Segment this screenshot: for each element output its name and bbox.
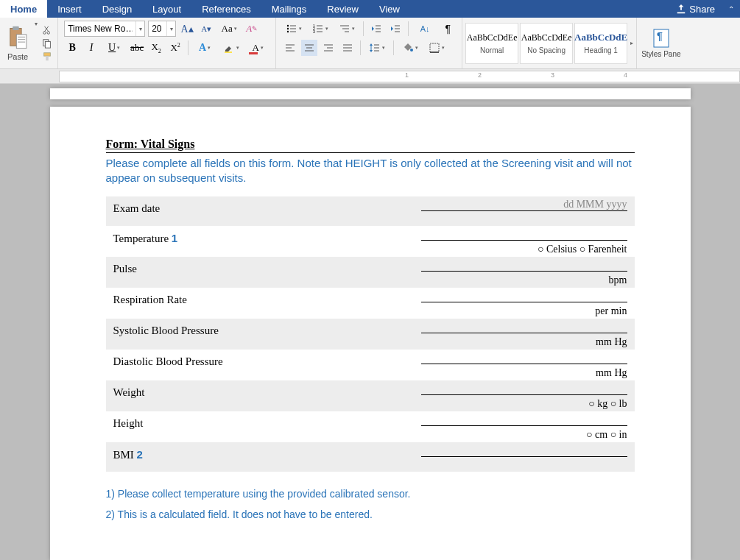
- cut-icon[interactable]: [41, 24, 53, 36]
- underline-button[interactable]: U▾: [102, 40, 126, 56]
- form-input-line[interactable]: [421, 292, 627, 302]
- form-input-line[interactable]: [421, 385, 627, 395]
- form-row-field: dd MMM yyyy: [327, 201, 627, 211]
- form-row-field: ○ kg ○ lb: [327, 385, 627, 410]
- form-unit-label: mm Hg: [596, 367, 627, 379]
- bold-button[interactable]: B: [64, 40, 80, 56]
- style-no-spacing[interactable]: AaBbCcDdEeNo Spacing: [520, 23, 573, 64]
- decrease-indent-icon[interactable]: [368, 21, 384, 37]
- ruler-tick: 3: [551, 71, 554, 79]
- font-color-icon[interactable]: A▾: [246, 40, 269, 56]
- form-row-label: Diastolic Blood Pressure: [113, 354, 327, 368]
- form-row: Pulse bpm: [106, 257, 635, 288]
- svg-point-6: [43, 31, 46, 34]
- tab-review[interactable]: Review: [317, 0, 369, 18]
- clear-formatting-icon[interactable]: A✎: [244, 21, 260, 37]
- form-input-line[interactable]: [421, 416, 627, 426]
- tab-mailings[interactable]: Mailings: [261, 0, 317, 18]
- font-size-select[interactable]: ▾: [148, 21, 176, 37]
- form-row-label: Systolic Blood Pressure: [113, 323, 327, 337]
- paste-icon[interactable]: [7, 26, 28, 51]
- form-input-line[interactable]: [421, 230, 627, 241]
- tab-view[interactable]: View: [369, 0, 410, 18]
- style-normal[interactable]: AaBbCcDdEeNormal: [465, 23, 518, 64]
- document-workarea: Form: Vital Signs Please complete all fi…: [0, 84, 740, 560]
- vitals-table: Exam date dd MMM yyyyTemperature 1○ Cels…: [106, 196, 635, 472]
- horizontal-ruler[interactable]: 1234: [59, 71, 740, 82]
- highlight-icon[interactable]: ▾: [219, 40, 243, 56]
- shading-icon[interactable]: ▾: [398, 40, 422, 56]
- tab-insert[interactable]: Insert: [47, 0, 92, 18]
- form-input-line[interactable]: [421, 261, 627, 272]
- form-input-line[interactable]: dd MMM yyyy: [421, 201, 627, 211]
- subscript-button[interactable]: X2: [148, 40, 164, 56]
- form-row-label: Respiration Rate: [113, 292, 327, 306]
- share-button[interactable]: Share: [669, 1, 722, 18]
- increase-font-icon[interactable]: A▴: [179, 21, 195, 37]
- form-row-field: mm Hg: [327, 323, 627, 348]
- paragraph-group: ▾ 123▾ ▾ A↓ ¶ ▾ ▾ ▾: [276, 18, 462, 68]
- form-unit-label: bpm: [609, 274, 627, 286]
- paste-dropdown-icon[interactable]: ▾: [32, 21, 40, 27]
- format-painter-icon[interactable]: [41, 51, 53, 63]
- style-name-label: Heading 1: [584, 46, 618, 54]
- style-heading-1[interactable]: AaBbCcDdEHeading 1: [574, 23, 627, 64]
- font-size-input[interactable]: [149, 21, 166, 36]
- form-unit-label: ○ cm ○ in: [586, 429, 627, 441]
- ruler-tick: 1: [405, 71, 409, 79]
- styles-gallery-expand-icon[interactable]: ▸: [630, 23, 633, 64]
- strikethrough-button[interactable]: abc: [129, 40, 145, 56]
- form-input-line[interactable]: [421, 323, 627, 333]
- font-size-dropdown-icon[interactable]: ▾: [166, 21, 175, 36]
- ribbon: Paste ▾ ▾ ▾ A▴ A▾ Aa▾ A✎ B I U▾: [0, 18, 740, 69]
- align-left-icon[interactable]: [282, 40, 298, 56]
- font-name-input[interactable]: [65, 21, 135, 36]
- styles-pane-button[interactable]: ¶ Styles Pane: [637, 18, 685, 68]
- increase-indent-icon[interactable]: [387, 21, 404, 37]
- font-group: ▾ ▾ A▴ A▾ Aa▾ A✎ B I U▾ abc X2 X2 A▾ ▾ A…: [58, 18, 276, 68]
- line-spacing-icon[interactable]: ▾: [365, 40, 389, 56]
- align-right-icon[interactable]: [320, 40, 336, 56]
- number-list-icon[interactable]: 123▾: [309, 21, 332, 37]
- tab-references[interactable]: References: [191, 0, 261, 18]
- ribbon-collapse-icon[interactable]: ⌃: [722, 2, 740, 16]
- form-row-field: [327, 447, 627, 457]
- form-row-field: per min: [327, 292, 627, 317]
- form-input-line[interactable]: [421, 447, 627, 457]
- decrease-font-icon[interactable]: A▾: [198, 21, 214, 37]
- tab-home[interactable]: Home: [0, 0, 47, 18]
- superscript-button[interactable]: X2: [167, 40, 183, 56]
- form-row: BMI 2: [106, 442, 635, 472]
- copy-icon[interactable]: [41, 38, 53, 49]
- form-instructions: Please complete all fields on this form.…: [106, 156, 635, 185]
- form-title: Form: Vital Signs: [106, 138, 635, 153]
- form-row-label: Temperature 1: [113, 230, 327, 245]
- svg-rect-51: [430, 43, 439, 52]
- form-placeholder: dd MMM yyyy: [563, 199, 627, 210]
- sort-icon[interactable]: A↓: [413, 21, 437, 37]
- form-input-line[interactable]: [421, 354, 627, 364]
- font-name-dropdown-icon[interactable]: ▾: [135, 21, 144, 36]
- multilevel-list-icon[interactable]: ▾: [335, 21, 359, 37]
- tab-layout[interactable]: Layout: [142, 0, 191, 18]
- paste-label: Paste: [7, 52, 28, 61]
- paragraph-marks-icon[interactable]: ¶: [440, 21, 456, 37]
- change-case-icon[interactable]: Aa▾: [217, 21, 241, 37]
- style-sample: AaBbCcDdEe: [467, 32, 518, 43]
- borders-icon[interactable]: ▾: [425, 40, 448, 56]
- bullet-list-icon[interactable]: ▾: [282, 21, 306, 37]
- form-row-label: BMI 2: [113, 447, 327, 461]
- svg-rect-11: [46, 56, 49, 60]
- document-page[interactable]: Form: Vital Signs Please complete all fi…: [50, 107, 691, 560]
- justify-icon[interactable]: [339, 40, 356, 56]
- italic-button[interactable]: I: [83, 40, 99, 56]
- form-row: Exam date dd MMM yyyy: [106, 196, 635, 226]
- align-center-icon[interactable]: [301, 40, 317, 56]
- text-effects-icon[interactable]: A▾: [193, 40, 216, 56]
- form-footnote: 2) This is a calculated field. It does n…: [106, 508, 635, 520]
- style-name-label: No Spacing: [527, 46, 565, 54]
- tab-design[interactable]: Design: [92, 0, 142, 18]
- ruler-tick: 2: [478, 71, 482, 79]
- style-sample: AaBbCcDdEe: [521, 32, 572, 43]
- font-name-select[interactable]: ▾: [64, 21, 145, 37]
